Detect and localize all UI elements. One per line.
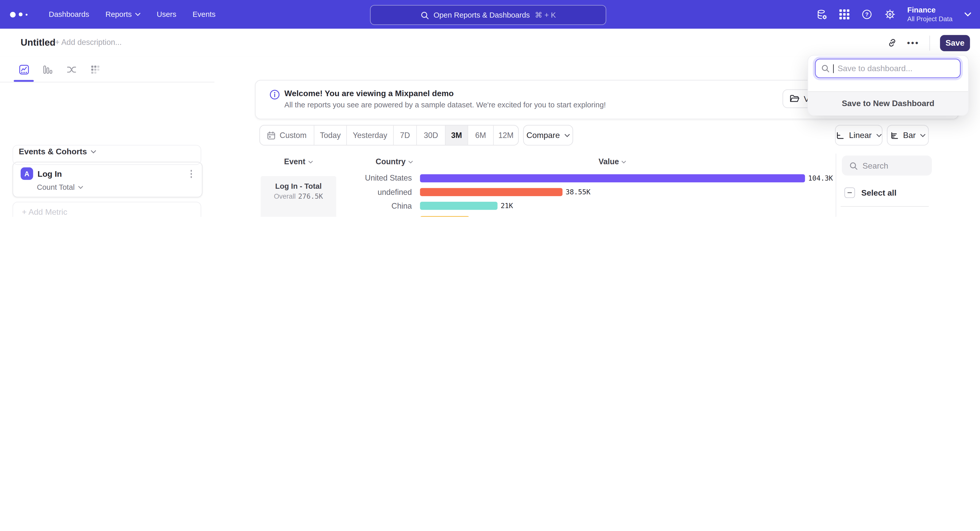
bar-undefined[interactable]	[420, 188, 563, 196]
bar-value: 13.34K	[473, 216, 497, 217]
nav-item-reports[interactable]: Reports	[105, 10, 140, 19]
chevron-down-icon	[876, 133, 881, 137]
more-options-icon[interactable]: •••	[907, 38, 919, 48]
row-label: undefined	[341, 188, 412, 197]
chevron-down-icon[interactable]	[964, 12, 971, 17]
chevron-down-icon	[308, 160, 313, 163]
bar-united-states[interactable]	[420, 174, 805, 182]
add-metric-button[interactable]: + Add Metric	[13, 202, 201, 217]
mixpanel-insights-report: DashboardsReportsUsersEvents Open Report…	[0, 0, 980, 217]
nav-item-users[interactable]: Users	[157, 10, 177, 19]
event-group-cell[interactable]: Log In - Total Overall276.5K	[261, 176, 336, 217]
save-to-new-dashboard-button[interactable]: Save to New Dashboard	[808, 91, 968, 116]
nav-left: DashboardsReportsUsersEvents	[0, 10, 215, 19]
range-6m[interactable]: 6M	[468, 125, 493, 145]
bar-value: 21K	[501, 202, 513, 210]
report-title-bar: Untitled + Add description... ••• Save	[0, 29, 980, 58]
column-header-value[interactable]: Value	[420, 157, 805, 166]
chevron-down-icon	[564, 133, 570, 137]
metric-card[interactable]: A Log In Count Total	[13, 162, 202, 197]
chevron-down-icon	[78, 185, 83, 189]
nav-item-events[interactable]: Events	[192, 10, 216, 19]
range-12m[interactable]: 12M	[493, 125, 518, 145]
divider	[929, 35, 930, 50]
metric-badge: A	[21, 167, 33, 180]
add-metric-button[interactable]	[13, 145, 201, 165]
svg-text:?: ?	[865, 11, 868, 17]
row-label: Japan	[341, 216, 412, 217]
tab-flows[interactable]	[66, 64, 77, 75]
chevron-down-icon	[408, 160, 413, 163]
save-to-dashboard-popover: Save to dashboard... Save to New Dashboa…	[808, 55, 969, 116]
help-icon[interactable]: ?	[861, 9, 872, 20]
banner-subtitle: All the reports you see are powered by a…	[284, 100, 606, 109]
save-button[interactable]: Save	[940, 35, 970, 51]
active-tab-indicator	[14, 80, 34, 82]
copy-link-icon[interactable]	[888, 38, 897, 48]
search-icon	[420, 11, 428, 19]
bar-value: 38.55K	[566, 188, 590, 196]
nav-right: ? Finance All Project Data	[816, 0, 971, 29]
compare-button[interactable]: Compare	[523, 125, 573, 146]
select-all-checkbox[interactable]	[845, 187, 855, 198]
chevron-down-icon	[920, 133, 926, 137]
nav-menu: DashboardsReportsUsersEvents	[49, 10, 215, 19]
text-caret	[833, 64, 834, 73]
chart-type-selector[interactable]: Bar	[887, 125, 929, 146]
project-switcher[interactable]: Finance All Project Data	[907, 6, 953, 22]
event-overall: Overall276.5K	[261, 192, 336, 200]
event-series-name: Log In - Total	[261, 182, 336, 190]
global-search-button[interactable]: Open Reports & Dashboards ⌘ + K	[370, 5, 606, 25]
range-custom[interactable]: Custom	[260, 125, 314, 145]
select-all-row[interactable]: Select all	[845, 187, 897, 198]
range-30d[interactable]: 30D	[416, 125, 445, 145]
tab-funnels[interactable]	[43, 64, 53, 75]
chart-row-japan: Japan13.34K	[341, 213, 972, 217]
range-today[interactable]: Today	[313, 125, 346, 145]
mixpanel-logo-icon[interactable]	[10, 11, 32, 17]
search-icon	[821, 64, 829, 73]
data-management-icon[interactable]	[816, 9, 828, 20]
search-icon	[850, 162, 858, 170]
panel-divider	[835, 154, 836, 217]
bar-chart-icon	[890, 131, 899, 139]
search-shortcut: ⌘ + K	[535, 11, 556, 19]
chevron-down-icon	[135, 13, 140, 16]
settings-gear-icon[interactable]	[884, 9, 895, 20]
apps-grid-icon[interactable]	[840, 10, 849, 19]
date-range-control: CustomTodayYesterday7D30D3M6M12M	[259, 125, 519, 146]
report-title[interactable]: Untitled	[21, 37, 56, 48]
axis-icon	[836, 131, 845, 139]
report-type-tabs	[0, 57, 233, 82]
row-label: United States	[341, 174, 412, 182]
project-name: Finance	[907, 6, 953, 15]
range-3m[interactable]: 3M	[445, 125, 468, 145]
scale-selector[interactable]: Linear	[835, 125, 883, 146]
chevron-down-icon	[621, 160, 627, 163]
bar-japan[interactable]	[420, 216, 469, 217]
range-7d[interactable]: 7D	[393, 125, 416, 145]
nav-item-dashboards[interactable]: Dashboards	[49, 10, 89, 19]
metric-kebab-icon[interactable]	[187, 170, 196, 178]
save-dashboard-search-input[interactable]: Save to dashboard...	[815, 59, 961, 78]
legend-search-input[interactable]: Search	[842, 155, 932, 176]
global-search-label: Open Reports & Dashboards	[434, 11, 530, 19]
metric-aggregation[interactable]: Count Total	[37, 183, 83, 192]
column-header-event[interactable]: Event	[261, 157, 336, 166]
info-icon	[269, 89, 280, 100]
banner-title: Welcome! You are viewing a Mixpanel demo	[284, 89, 453, 98]
metric-name[interactable]: Log In	[38, 169, 62, 178]
tab-retention[interactable]	[90, 64, 101, 75]
range-yesterday[interactable]: Yesterday	[346, 125, 393, 145]
query-builder-sidebar: Events & Cohorts A Log In Count Total + …	[0, 57, 215, 217]
folder-icon	[789, 94, 799, 103]
calendar-icon	[267, 131, 276, 139]
column-header-country[interactable]: Country	[375, 157, 413, 166]
project-scope: All Project Data	[907, 15, 953, 22]
bar-china[interactable]	[420, 202, 498, 210]
divider	[841, 206, 929, 207]
top-nav: DashboardsReportsUsersEvents Open Report…	[0, 0, 980, 29]
tab-insights[interactable]	[19, 64, 29, 75]
add-description-field[interactable]: + Add description...	[55, 38, 122, 47]
bar-value: 104.3K	[808, 174, 833, 182]
